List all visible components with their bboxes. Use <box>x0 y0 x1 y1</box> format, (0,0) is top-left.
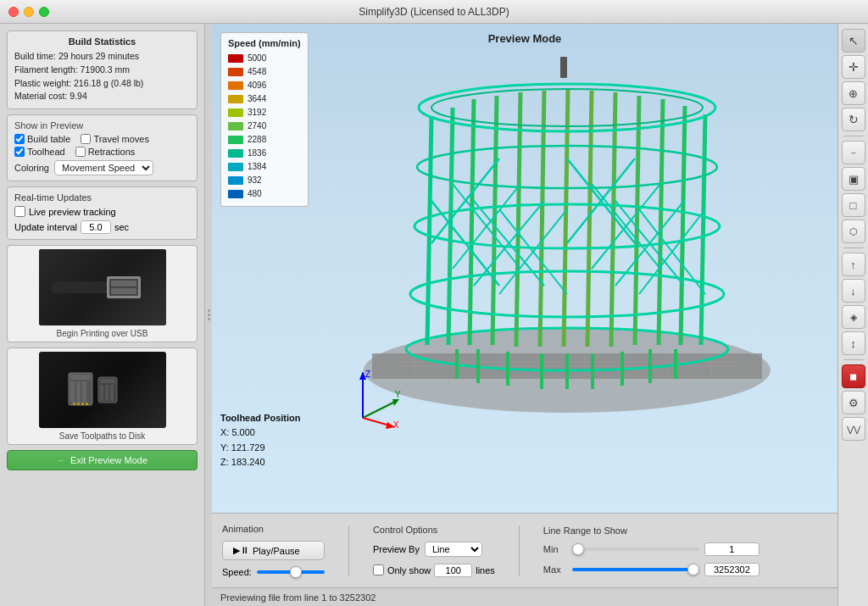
window-controls[interactable] <box>8 7 49 17</box>
svg-rect-3 <box>111 281 136 286</box>
stat-build-time: Build time: 29 hours 29 minutes <box>14 50 190 64</box>
svg-rect-8 <box>76 381 81 403</box>
play-pause-button[interactable]: ▶⏸ Play/Pause <box>222 541 325 560</box>
box-view-button[interactable]: □ <box>842 193 865 217</box>
build-table-check[interactable]: Build table <box>14 134 70 144</box>
travel-moves-checkbox[interactable] <box>81 134 91 144</box>
legend-val-9: 932 <box>248 174 262 187</box>
axis-indicator: Z Y X <box>337 367 405 436</box>
legend-color-2 <box>228 81 243 90</box>
minimize-button[interactable] <box>24 7 34 17</box>
cursor-button[interactable]: ↖ <box>842 29 865 53</box>
legend-color-8 <box>228 163 243 171</box>
legend-val-4: 3192 <box>248 106 266 120</box>
exit-preview-button[interactable]: ← Exit Preview Mode <box>7 450 198 470</box>
legend-item-5: 2740 <box>228 120 301 133</box>
build-table-checkbox[interactable] <box>14 134 25 144</box>
panel-divider[interactable] <box>205 24 212 606</box>
only-show-input[interactable] <box>434 564 472 577</box>
close-button[interactable] <box>8 7 19 17</box>
svg-rect-76 <box>560 57 567 78</box>
min-label: Min <box>543 544 567 554</box>
max-label: Max <box>543 564 567 575</box>
control-options-label: Control Options <box>373 525 495 535</box>
live-preview-checkbox[interactable] <box>14 206 25 217</box>
svg-text:Z: Z <box>365 370 370 379</box>
toolhead-checkbox[interactable] <box>14 147 25 157</box>
speed-label: Speed: <box>222 567 252 577</box>
settings-button[interactable]: ⚙ <box>842 391 865 414</box>
disk-card: Save Toolpaths to Disk <box>7 347 198 445</box>
live-preview-row: Live preview tracking <box>14 206 190 217</box>
line-range-label: Line Range to Show <box>543 525 760 536</box>
update-interval-unit: sec <box>114 222 129 232</box>
build-stats-section: Build Statistics Build time: 29 hours 29… <box>7 31 198 109</box>
svg-rect-12 <box>100 385 103 401</box>
toolbar-sep-1 <box>843 136 864 136</box>
speed-row: Speed: <box>222 567 325 577</box>
max-input[interactable] <box>704 563 760 576</box>
svg-rect-14 <box>110 385 114 401</box>
iso-view-button[interactable]: ◈ <box>842 305 865 329</box>
exit-arrow-icon: ← <box>57 455 66 465</box>
stretch-icon: ↕ <box>850 337 856 350</box>
max-slider[interactable] <box>572 568 699 571</box>
retractions-checkbox[interactable] <box>75 147 86 157</box>
red-material-button[interactable]: ◼ <box>842 364 865 388</box>
toolhead-check[interactable]: Toolhead <box>14 147 65 157</box>
cube-view-button[interactable]: ⬡ <box>842 220 865 243</box>
material-icon: ◼ <box>849 371 857 382</box>
svg-text:Y: Y <box>395 390 401 399</box>
min-input[interactable] <box>704 542 760 556</box>
realtime-section: Real-time Updates Live preview tracking … <box>7 186 198 240</box>
min-range-row: Min <box>543 542 760 556</box>
only-show-checkbox[interactable] <box>373 564 384 575</box>
min-slider[interactable] <box>572 548 699 551</box>
status-text: Previewing file from line 1 to 3252302 <box>220 592 376 603</box>
preview-by-select[interactable]: Line Feature Layer <box>425 542 482 557</box>
realtime-label: Real-time Updates <box>14 192 190 203</box>
cursor-icon: ↖ <box>849 34 859 47</box>
arrow-down-button[interactable]: ↓ <box>842 279 865 303</box>
zoom-button[interactable]: ⊕ <box>842 81 865 105</box>
coloring-select[interactable]: Movement Speed Feature Type Print Speed … <box>54 160 153 175</box>
divider-2 <box>519 525 520 576</box>
legend-color-6 <box>228 136 243 144</box>
maximize-button[interactable] <box>39 7 49 17</box>
move-button[interactable]: ✛ <box>842 55 865 79</box>
checkbox-row-2: Toolhead Retractions <box>14 147 190 157</box>
legend-item-4: 3192 <box>228 106 301 120</box>
arrow-up-button[interactable]: ↑ <box>842 253 865 276</box>
gear-icon: ⚙ <box>849 397 859 409</box>
svg-rect-17 <box>81 403 84 405</box>
show-preview-section: Show in Preview Build table Travel moves… <box>7 114 198 181</box>
build-table-label: Build table <box>27 134 70 144</box>
toolhead-label: Toolhead <box>27 147 65 157</box>
bottom-bar: Animation ▶⏸ Play/Pause Speed: Control O… <box>212 513 837 587</box>
viewport[interactable]: Speed (mm/min) 5000 4548 4096 3644 <box>212 24 837 513</box>
divider-dot-1 <box>208 309 210 312</box>
usb-card: Begin Printing over USB <box>7 245 198 342</box>
svg-text:X: X <box>393 420 399 430</box>
solid-view-button[interactable]: ▣ <box>842 167 865 191</box>
legend-val-0: 5000 <box>248 52 266 65</box>
legend-item-7: 1836 <box>228 147 301 160</box>
more-button[interactable]: ⋁⋁ <box>842 417 865 441</box>
travel-moves-check[interactable]: Travel moves <box>81 134 149 144</box>
dots-view-button[interactable]: ··· <box>842 141 865 164</box>
legend-item-3: 3644 <box>228 92 301 106</box>
toolhead-z: Z: 183.240 <box>220 455 301 470</box>
checkbox-row-1: Build table Travel moves <box>14 134 190 144</box>
stretch-button[interactable]: ↕ <box>842 331 865 355</box>
update-interval-input[interactable] <box>81 220 111 234</box>
svg-line-47 <box>540 91 544 347</box>
retractions-check[interactable]: Retractions <box>75 147 136 157</box>
rotate-button[interactable]: ↻ <box>842 108 865 131</box>
toolbar-sep-3 <box>843 359 864 360</box>
coloring-row: Coloring Movement Speed Feature Type Pri… <box>14 160 190 175</box>
svg-rect-7 <box>70 381 75 403</box>
legend-val-2: 4096 <box>248 79 266 92</box>
speed-slider[interactable] <box>257 570 325 574</box>
line-range-group: Line Range to Show Min Max <box>543 525 760 576</box>
divider-dot-3 <box>208 318 210 320</box>
